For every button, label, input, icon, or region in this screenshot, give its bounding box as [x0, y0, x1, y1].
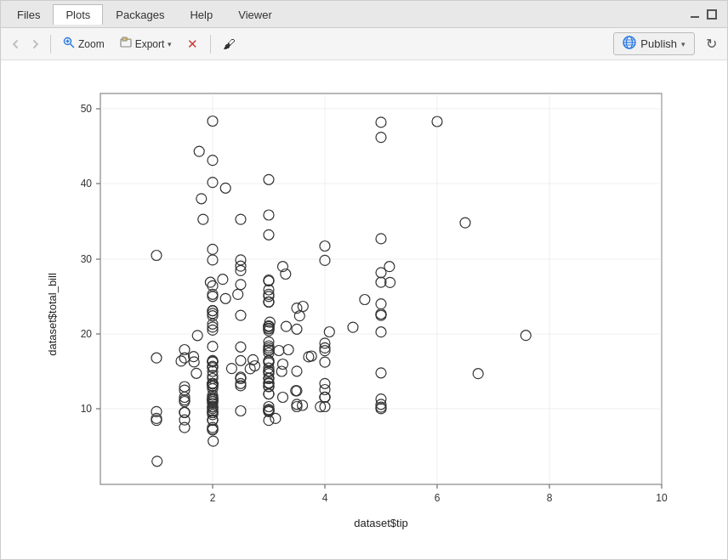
forward-button[interactable] — [26, 35, 45, 54]
export-label: Export — [135, 38, 165, 50]
svg-text:50: 50 — [81, 103, 93, 115]
refresh-icon: ↻ — [706, 36, 717, 52]
clear-icon: ✕ — [187, 37, 198, 50]
publish-label: Publish — [640, 37, 677, 50]
export-icon — [120, 37, 132, 51]
svg-text:2: 2 — [210, 492, 216, 504]
svg-text:10: 10 — [81, 403, 93, 415]
maximize-icon[interactable] — [705, 8, 719, 21]
tab-viewer[interactable]: Viewer — [225, 4, 285, 25]
zoom-button[interactable]: Zoom — [56, 33, 111, 54]
svg-rect-13 — [100, 93, 662, 484]
tab-packages[interactable]: Packages — [103, 4, 177, 25]
y-axis-label: dataset$total_bill — [46, 273, 59, 356]
export-button[interactable]: Export ▾ — [113, 33, 179, 54]
svg-rect-0 — [691, 16, 699, 18]
tab-bar: Files Plots Packages Help Viewer — [1, 1, 727, 28]
publish-dropdown-arrow: ▾ — [681, 40, 685, 48]
svg-text:30: 30 — [81, 253, 93, 265]
plot-area: dataset$total_bill — [1, 60, 727, 559]
brush-icon: 🖌 — [223, 37, 236, 51]
clear-button[interactable]: ✕ — [180, 34, 205, 54]
brush-button[interactable]: 🖌 — [216, 33, 242, 54]
svg-text:6: 6 — [435, 492, 441, 504]
svg-line-3 — [71, 44, 75, 48]
publish-icon — [623, 36, 636, 52]
scatter-plot: dataset$total_bill — [41, 76, 687, 544]
back-button[interactable] — [6, 35, 25, 54]
svg-rect-7 — [122, 37, 127, 41]
zoom-icon — [63, 37, 75, 51]
tab-files[interactable]: Files — [4, 4, 53, 25]
svg-text:4: 4 — [322, 492, 328, 504]
export-dropdown-arrow: ▾ — [168, 40, 172, 48]
svg-text:10: 10 — [656, 492, 668, 504]
svg-text:8: 8 — [547, 492, 553, 504]
publish-button[interactable]: Publish ▾ — [613, 32, 695, 55]
refresh-button[interactable]: ↻ — [700, 33, 722, 55]
toolbar: Zoom Export ▾ ✕ 🖌 — [1, 28, 727, 60]
svg-text:40: 40 — [81, 178, 93, 189]
tab-help[interactable]: Help — [177, 4, 225, 25]
sep-2 — [210, 35, 211, 54]
svg-text:20: 20 — [81, 328, 93, 340]
x-axis-label: dataset$tip — [354, 517, 408, 529]
zoom-label: Zoom — [78, 38, 105, 50]
minimize-icon[interactable] — [688, 8, 702, 21]
tab-plots[interactable]: Plots — [53, 4, 103, 25]
svg-rect-1 — [708, 10, 716, 19]
sep-1 — [50, 35, 51, 54]
